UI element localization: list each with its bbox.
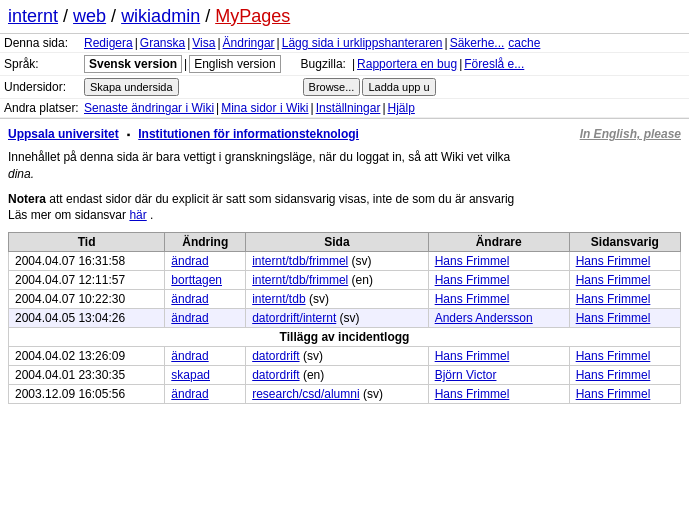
- link-senaste-andringar[interactable]: Senaste ändringar i Wiki: [84, 101, 214, 115]
- cell-sida: datordrift (sv): [246, 347, 428, 366]
- english-version[interactable]: English version: [189, 55, 280, 73]
- skapa-undersida-button[interactable]: [84, 78, 179, 96]
- denna-sida-label: Denna sida:: [4, 36, 84, 50]
- cell-sida: internt/tdb/frimmel (sv): [246, 252, 428, 271]
- andring-link[interactable]: ändrad: [171, 349, 208, 363]
- andrare-link[interactable]: Björn Victor: [435, 368, 497, 382]
- changes-table: Tid Ändring Sida Ändrare Sidansvarig 200…: [8, 232, 681, 404]
- main-content: Uppsala universitet ▪ Institutionen för …: [0, 119, 689, 412]
- content-para1: Innehållet på denna sida är bara vettigt…: [8, 149, 681, 183]
- andra-platser-label: Andra platser:: [4, 101, 84, 115]
- sidansvarig-link[interactable]: Hans Frimmel: [576, 387, 651, 401]
- andrare-link[interactable]: Hans Frimmel: [435, 273, 510, 287]
- sida-link[interactable]: internt/tdb/frimmel: [252, 273, 348, 287]
- sida-link[interactable]: internt/tdb/frimmel: [252, 254, 348, 268]
- breadcrumb-web[interactable]: web: [73, 6, 106, 26]
- andring-link[interactable]: skapad: [171, 368, 210, 382]
- uu-link[interactable]: Uppsala universitet: [8, 127, 119, 141]
- sep: |: [352, 57, 355, 71]
- andring-link[interactable]: ändrad: [171, 254, 208, 268]
- svensk-version[interactable]: Svensk version: [84, 55, 182, 73]
- cell-andrare: Hans Frimmel: [428, 385, 569, 404]
- andring-link[interactable]: ändrad: [171, 311, 208, 325]
- breadcrumb-internt[interactable]: internt: [8, 6, 58, 26]
- link-mina-sidor[interactable]: Mina sidor i Wiki: [221, 101, 308, 115]
- link-sakerhe[interactable]: Säkerhe...: [450, 36, 505, 50]
- link-lagg-sida[interactable]: Lägg sida i urklippshanteraren: [282, 36, 443, 50]
- har-link[interactable]: här: [129, 208, 146, 222]
- col-sida: Sida: [246, 233, 428, 252]
- in-english-link[interactable]: In English, please: [580, 127, 681, 141]
- andring-link[interactable]: ändrad: [171, 292, 208, 306]
- sidansvarig-link[interactable]: Hans Frimmel: [576, 311, 651, 325]
- toolbar-row-andra-platser: Andra platser: Senaste ändringar i Wiki …: [0, 99, 689, 118]
- andrare-link[interactable]: Hans Frimmel: [435, 349, 510, 363]
- andrare-link[interactable]: Anders Andersson: [435, 311, 533, 325]
- andrare-link[interactable]: Hans Frimmel: [435, 387, 510, 401]
- sida-link[interactable]: datordrift: [252, 368, 299, 382]
- sidansvarig-link[interactable]: Hans Frimmel: [576, 254, 651, 268]
- sep: |: [184, 57, 187, 71]
- cell-andring: borttagen: [165, 271, 246, 290]
- andring-link[interactable]: borttagen: [171, 273, 222, 287]
- browse-button[interactable]: [303, 78, 361, 96]
- cell-andrare: Anders Andersson: [428, 309, 569, 328]
- undersidor-content: [84, 78, 436, 96]
- ladda-upp-button[interactable]: [362, 78, 435, 96]
- link-cache[interactable]: cache: [508, 36, 540, 50]
- sprak-label: Språk:: [4, 57, 84, 71]
- breadcrumb-wikiadmin[interactable]: wikiadmin: [121, 6, 200, 26]
- col-andring: Ändring: [165, 233, 246, 252]
- cell-sidansvarig: Hans Frimmel: [569, 347, 680, 366]
- breadcrumb-sep1: /: [63, 6, 73, 26]
- andrare-link[interactable]: Hans Frimmel: [435, 254, 510, 268]
- sida-link[interactable]: datordrift/internt: [252, 311, 336, 325]
- cell-andrare: Björn Victor: [428, 366, 569, 385]
- table-group-header: Tillägg av incidentlogg: [9, 328, 681, 347]
- link-andringar[interactable]: Ändringar: [223, 36, 275, 50]
- sida-link[interactable]: datordrift: [252, 349, 299, 363]
- sida-link[interactable]: research/csd/alumni: [252, 387, 359, 401]
- breadcrumb: internt / web / wikiadmin / MyPages: [0, 0, 689, 34]
- sep: |: [216, 101, 219, 115]
- link-visa[interactable]: Visa: [192, 36, 215, 50]
- table-row: 2003.12.09 16:05:56 ändrad research/csd/…: [9, 385, 681, 404]
- link-installningar[interactable]: Inställningar: [316, 101, 381, 115]
- institution-sep: ▪: [127, 129, 131, 140]
- sidansvarig-link[interactable]: Hans Frimmel: [576, 349, 651, 363]
- cell-tid: 2004.04.07 10:22:30: [9, 290, 165, 309]
- link-redigera[interactable]: Redigera: [84, 36, 133, 50]
- group-header-cell: Tillägg av incidentlogg: [9, 328, 681, 347]
- denna-sida-content: Redigera | Granska | Visa | Ändringar | …: [84, 36, 540, 50]
- cell-tid: 2004.04.05 13:04:26: [9, 309, 165, 328]
- andring-link[interactable]: ändrad: [171, 387, 208, 401]
- link-foresla[interactable]: Föreslå e...: [464, 57, 524, 71]
- cell-sidansvarig: Hans Frimmel: [569, 366, 680, 385]
- cell-sidansvarig: Hans Frimmel: [569, 252, 680, 271]
- cell-andring: ändrad: [165, 252, 246, 271]
- sidansvarig-link[interactable]: Hans Frimmel: [576, 292, 651, 306]
- content-notera: Notera: [8, 192, 46, 206]
- toolbar-row-undersidor: Undersidor:: [0, 76, 689, 99]
- cell-sida: internt/tdb (sv): [246, 290, 428, 309]
- sida-link[interactable]: internt/tdb: [252, 292, 305, 306]
- link-granska[interactable]: Granska: [140, 36, 185, 50]
- cell-andrare: Hans Frimmel: [428, 347, 569, 366]
- andrare-link[interactable]: Hans Frimmel: [435, 292, 510, 306]
- bugzilla-label: Bugzilla:: [301, 57, 346, 71]
- cell-andrare: Hans Frimmel: [428, 271, 569, 290]
- dept-link[interactable]: Institutionen för informationsteknologi: [138, 127, 359, 141]
- breadcrumb-mypages[interactable]: MyPages: [215, 6, 290, 26]
- cell-sidansvarig: Hans Frimmel: [569, 385, 680, 404]
- cell-sida: datordrift/internt (sv): [246, 309, 428, 328]
- cell-andrare: Hans Frimmel: [428, 290, 569, 309]
- content-para2: Notera att endast sidor där du explicit …: [8, 191, 681, 225]
- table-row: 2004.04.01 23:30:35 skapad datordrift (e…: [9, 366, 681, 385]
- link-rapportera[interactable]: Rapportera en bug: [357, 57, 457, 71]
- sidansvarig-link[interactable]: Hans Frimmel: [576, 273, 651, 287]
- sidansvarig-link[interactable]: Hans Frimmel: [576, 368, 651, 382]
- cell-sidansvarig: Hans Frimmel: [569, 290, 680, 309]
- sep: |: [135, 36, 138, 50]
- toolbar-row-denna-sida: Denna sida: Redigera | Granska | Visa | …: [0, 34, 689, 53]
- link-hjalp[interactable]: Hjälp: [388, 101, 415, 115]
